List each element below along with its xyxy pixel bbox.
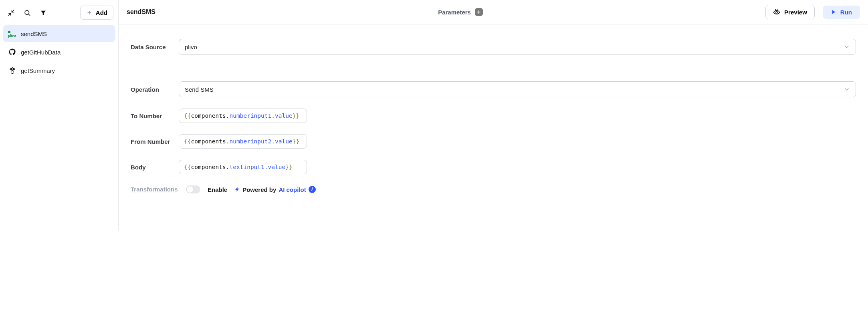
- info-icon[interactable]: i: [309, 186, 316, 193]
- svg-line-3: [28, 14, 30, 15]
- datasource-select[interactable]: plivo: [179, 39, 856, 55]
- preview-button[interactable]: Preview: [765, 5, 815, 19]
- search-icon[interactable]: [22, 8, 32, 18]
- datasource-value: plivo: [185, 44, 197, 50]
- query-item-label: getGitHubData: [21, 49, 61, 56]
- parameters-label: Parameters: [438, 9, 471, 16]
- operation-value: Send SMS: [185, 86, 214, 93]
- sidebar: ＋ Add plivo sendSMS getGitHubData: [0, 0, 119, 230]
- to-number-label: To Number: [131, 113, 179, 119]
- from-number-input[interactable]: {{components.numberinput2.value}}: [179, 134, 307, 149]
- svg-line-0: [12, 10, 14, 12]
- from-number-label: From Number: [131, 138, 179, 145]
- query-item-getgithubdata[interactable]: getGitHubData: [3, 44, 115, 60]
- query-item-sendsms[interactable]: plivo sendSMS: [3, 25, 115, 42]
- run-label: Run: [840, 9, 852, 16]
- openai-icon: [8, 66, 17, 75]
- add-label: Add: [96, 9, 107, 16]
- body-input[interactable]: {{components.textinput1.value}}: [179, 160, 307, 174]
- eye-icon: [773, 8, 780, 16]
- datasource-label: Data Source: [131, 44, 179, 50]
- operation-label: Operation: [131, 86, 179, 93]
- plivo-icon: plivo: [8, 29, 17, 38]
- body-label: Body: [131, 164, 179, 171]
- to-number-input[interactable]: {{components.numberinput1.value}}: [179, 109, 307, 123]
- copilot-prefix: Powered by: [242, 186, 276, 193]
- collapse-icon[interactable]: [6, 8, 16, 18]
- github-icon: [8, 48, 17, 56]
- query-item-label: sendSMS: [21, 30, 47, 37]
- main-panel: sendSMS Parameters + Preview Run Da: [119, 0, 868, 230]
- form: Data Source plivo Operation Send SMS: [119, 24, 868, 208]
- svg-point-2: [25, 10, 29, 15]
- header: sendSMS Parameters + Preview Run: [119, 0, 868, 24]
- ai-copilot-link[interactable]: AI copilot: [279, 186, 306, 193]
- transformations-label: Transformations: [131, 186, 178, 193]
- add-parameter-button[interactable]: +: [475, 8, 483, 16]
- enable-label: Enable: [208, 186, 227, 193]
- plus-icon: ＋: [86, 8, 93, 17]
- add-query-button[interactable]: ＋ Add: [80, 6, 113, 20]
- query-list: plivo sendSMS getGitHubData getSummary: [2, 24, 117, 81]
- filter-icon[interactable]: [38, 8, 48, 18]
- preview-label: Preview: [784, 9, 807, 16]
- query-item-label: getSummary: [21, 67, 55, 74]
- svg-line-1: [8, 13, 10, 15]
- run-button[interactable]: Run: [823, 6, 860, 19]
- svg-point-6: [776, 12, 778, 14]
- chevron-down-icon: [844, 86, 850, 93]
- operation-select[interactable]: Send SMS: [179, 81, 856, 97]
- play-icon: [831, 9, 836, 15]
- chevron-down-icon: [844, 44, 850, 50]
- sidebar-toolbar: ＋ Add: [2, 2, 117, 24]
- query-title: sendSMS: [127, 8, 155, 16]
- transformations-toggle[interactable]: [186, 185, 200, 193]
- bolt-icon: [234, 187, 240, 192]
- query-item-getsummary[interactable]: getSummary: [3, 62, 115, 79]
